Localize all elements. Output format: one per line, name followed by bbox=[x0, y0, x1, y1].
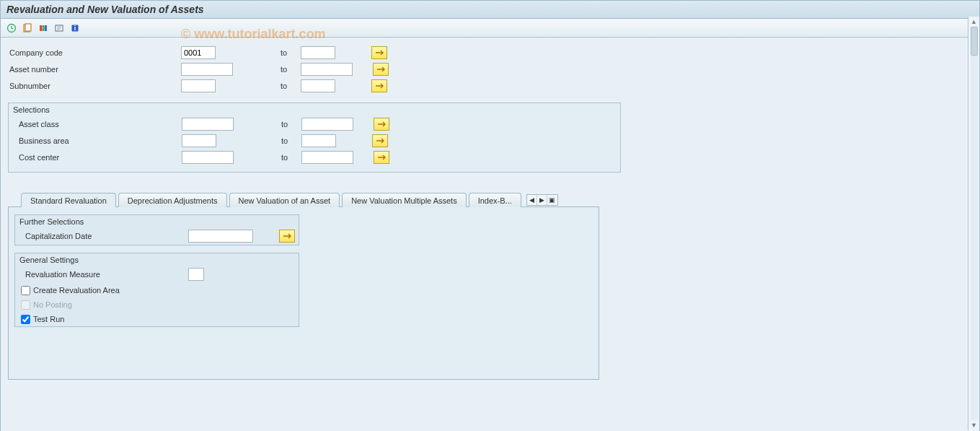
variant-icon[interactable] bbox=[21, 22, 34, 35]
multiple-selection-button[interactable] bbox=[372, 134, 388, 147]
asset-class-to-input[interactable] bbox=[301, 118, 353, 131]
general-settings-group: General Settings Revaluation Measure Cre… bbox=[14, 253, 299, 327]
scroll-down-icon[interactable]: ▼ bbox=[971, 422, 977, 429]
scroll-thumb[interactable] bbox=[971, 27, 978, 56]
asset-number-from-input[interactable] bbox=[181, 63, 233, 76]
svg-rect-4 bbox=[43, 25, 45, 31]
toolbar: i bbox=[1, 19, 979, 38]
test-run-checkbox[interactable] bbox=[21, 315, 30, 324]
multiple-selection-button[interactable] bbox=[371, 79, 387, 92]
to-label: to bbox=[274, 153, 301, 162]
svg-text:i: i bbox=[74, 25, 76, 32]
multiple-selection-button[interactable] bbox=[279, 230, 295, 243]
revaluation-measure-input[interactable] bbox=[188, 268, 204, 281]
business-area-to-input[interactable] bbox=[301, 134, 336, 147]
further-selections-group: Further Selections Capitalization Date bbox=[14, 214, 299, 245]
svg-rect-3 bbox=[40, 25, 42, 31]
further-selections-title: Further Selections bbox=[15, 215, 299, 228]
multiple-selection-button[interactable] bbox=[373, 63, 389, 76]
selections-title: Selections bbox=[9, 103, 620, 116]
to-label: to bbox=[274, 136, 301, 145]
svg-rect-2 bbox=[25, 24, 31, 31]
subnumber-label: Subnumber bbox=[8, 82, 181, 90]
tab-list-icon[interactable]: ▣ bbox=[547, 195, 557, 205]
capitalization-date-input[interactable] bbox=[188, 230, 253, 243]
business-area-from-input[interactable] bbox=[182, 134, 216, 147]
selections-group: Selections Asset class to Business area … bbox=[8, 103, 621, 173]
execute-icon[interactable] bbox=[5, 22, 18, 35]
asset-number-to-input[interactable] bbox=[301, 63, 353, 76]
tab-scroll-right-icon[interactable]: ▶ bbox=[537, 195, 547, 205]
tab-new-valuation-multiple[interactable]: New Valuation Multiple Assets bbox=[342, 193, 467, 207]
create-revaluation-area-label: Create Revaluation Area bbox=[33, 286, 120, 295]
company-code-label: Company code bbox=[8, 48, 181, 57]
subnumber-from-input[interactable] bbox=[181, 79, 216, 92]
asset-class-label: Asset class bbox=[14, 120, 182, 129]
to-label: to bbox=[273, 82, 301, 90]
scroll-up-icon[interactable]: ▲ bbox=[971, 18, 977, 25]
create-revaluation-area-checkbox[interactable] bbox=[21, 286, 30, 295]
tab-index-based[interactable]: Index-B... bbox=[469, 193, 521, 207]
scroll-track[interactable] bbox=[971, 27, 978, 420]
test-run-label: Test Run bbox=[33, 315, 64, 323]
selection-options-icon[interactable] bbox=[37, 22, 50, 35]
company-code-to-input[interactable] bbox=[301, 46, 335, 59]
vertical-scrollbar[interactable]: ▲ ▼ bbox=[968, 17, 979, 430]
multiple-selection-button[interactable] bbox=[374, 118, 389, 131]
subnumber-to-input[interactable] bbox=[301, 79, 335, 92]
tab-new-valuation-asset[interactable]: New Valuation of an Asset bbox=[229, 193, 340, 207]
cost-center-from-input[interactable] bbox=[182, 151, 234, 164]
svg-rect-5 bbox=[45, 25, 47, 31]
tab-standard-revaluation[interactable]: Standard Revaluation bbox=[21, 193, 116, 207]
information-icon[interactable]: i bbox=[69, 22, 81, 35]
multiple-selection-button[interactable] bbox=[374, 151, 389, 164]
asset-class-from-input[interactable] bbox=[182, 118, 234, 131]
general-settings-title: General Settings bbox=[15, 253, 299, 266]
cost-center-label: Cost center bbox=[14, 153, 182, 162]
capitalization-date-label: Capitalization Date bbox=[21, 232, 188, 240]
business-area-label: Business area bbox=[14, 136, 182, 145]
content-area: Company code to Asset number to Subnumbe… bbox=[1, 38, 979, 431]
company-code-from-input[interactable] bbox=[181, 46, 216, 59]
dynamic-selection-icon[interactable] bbox=[53, 22, 66, 35]
page-title: Revaluation and New Valuation of Assets bbox=[1, 1, 979, 19]
multiple-selection-button[interactable] bbox=[371, 46, 387, 59]
to-label: to bbox=[273, 48, 301, 57]
tab-nav: ◀ ▶ ▣ bbox=[526, 194, 558, 206]
to-label: to bbox=[273, 65, 301, 74]
tab-body: Further Selections Capitalization Date G… bbox=[8, 206, 599, 380]
no-posting-label: No Posting bbox=[33, 300, 72, 309]
to-label: to bbox=[274, 120, 301, 129]
no-posting-checkbox bbox=[21, 300, 30, 310]
tab-depreciation-adjustments[interactable]: Depreciation Adjustments bbox=[118, 193, 227, 207]
tabstrip: Standard Revaluation Depreciation Adjust… bbox=[8, 193, 599, 380]
asset-number-label: Asset number bbox=[8, 65, 181, 74]
revaluation-measure-label: Revaluation Measure bbox=[21, 270, 188, 279]
cost-center-to-input[interactable] bbox=[301, 151, 353, 164]
tab-scroll-left-icon[interactable]: ◀ bbox=[527, 195, 537, 205]
